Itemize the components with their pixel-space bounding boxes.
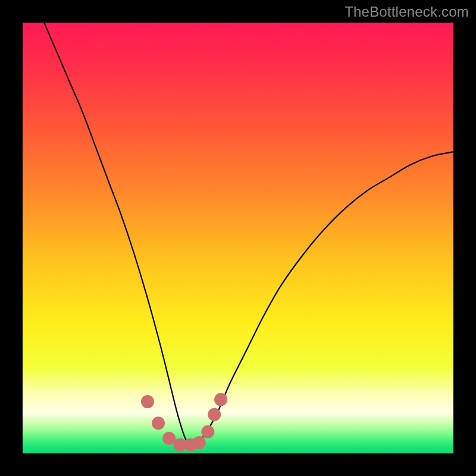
plot-area (23, 23, 453, 453)
background-gradient (23, 23, 453, 453)
watermark-text: TheBottleneck.com (345, 4, 469, 20)
svg-rect-0 (23, 23, 453, 453)
chart-frame: TheBottleneck.com (0, 0, 476, 476)
